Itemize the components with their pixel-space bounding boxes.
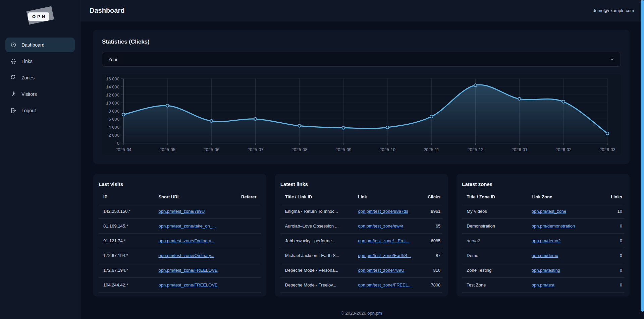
title-value: Zone Testing — [467, 268, 491, 273]
link_zone-link[interactable]: opn.pm/demonstration — [532, 224, 575, 229]
table-row: 81.169.145.*opn.pm/test_zone/take_on_... — [99, 219, 261, 234]
ip-value: 172.67.194.* — [103, 253, 128, 258]
ip-value: 104.244.42.* — [103, 282, 128, 288]
ip-value: 81.169.145.* — [103, 224, 128, 229]
short_url-link[interactable]: opn.pm/test_zone/Ordinary... — [158, 238, 214, 243]
latest-zones-table: Title / Zone IDLink ZoneLinksMy Videosop… — [462, 191, 624, 293]
link-link[interactable]: opn.pm/test_zone/FREEL... — [358, 282, 412, 288]
link_zone-link[interactable]: opn.pm/demo2 — [532, 238, 561, 243]
column-header: Title / Zone ID — [462, 191, 527, 204]
link-link[interactable]: opn.pm/test_zone/ew4r — [358, 224, 403, 229]
svg-text:10 000: 10 000 — [106, 101, 119, 106]
svg-text:2026-03: 2026-03 — [599, 147, 615, 152]
logo-text: OPN — [28, 12, 49, 21]
sidebar-menu: DashboardLinksZonesVisitorsLogout — [0, 38, 80, 118]
sidebar-item-logout[interactable]: Logout — [5, 103, 75, 118]
table-row: 142.250.150.*opn.pm/test_zone/789U — [99, 204, 261, 219]
link-link[interactable]: opn.pm/test_zone/EarthS... — [358, 253, 411, 258]
footer: © 2023-2026 opn.pm — [93, 311, 630, 316]
column-header: Clicks — [418, 191, 443, 204]
sidebar-item-dashboard[interactable]: Dashboard — [5, 38, 75, 52]
title-value: Aurolab–Love Obsession ... — [285, 224, 339, 229]
table-row: Demonstrationopn.pm/demonstration0 — [462, 219, 624, 234]
table-row: My Videosopn.pm/test_zone10 — [462, 204, 624, 219]
main-area: Statistics (Clicks) Year 02 0004 0006 00… — [80, 21, 644, 319]
clicks-value: 6085 — [431, 238, 440, 243]
links-value: 0 — [620, 268, 622, 273]
link_zone-link[interactable]: opn.pm/demo — [532, 253, 558, 258]
last-visits-table: IPShort URLReferer142.250.150.*opn.pm/te… — [99, 191, 261, 293]
visitors-icon — [10, 91, 16, 97]
svg-text:14 000: 14 000 — [106, 84, 119, 89]
links-value: 0 — [620, 224, 622, 229]
table-row: Depeche Mode - Freelov...opn.pm/test_zon… — [280, 278, 443, 293]
svg-text:2025-10: 2025-10 — [379, 147, 395, 152]
column-header: Link Zone — [527, 191, 600, 204]
clicks-value: 7808 — [431, 282, 440, 288]
title-value: My Videos — [467, 209, 487, 214]
sidebar-item-links[interactable]: Links — [5, 54, 75, 69]
title-value: Depeche Mode - Persona... — [285, 268, 338, 273]
svg-text:16 000: 16 000 — [106, 76, 119, 81]
ip-value: 172.67.194.* — [103, 268, 128, 273]
table-row: 91.121.74.*opn.pm/test_zone/Ordinary... — [99, 234, 261, 248]
ip-value: 91.121.74.* — [103, 238, 126, 243]
table-row: 172.67.194.*opn.pm/test_zone/Ordinary... — [99, 248, 261, 263]
sidebar-item-label: Logout — [21, 108, 36, 113]
table-row: Jabberwocky - performe...opn.pm/test_zon… — [280, 234, 443, 248]
table-row: Zone Testingopn.pm/testing0 — [462, 263, 624, 278]
column-header: Referer — [236, 191, 261, 204]
column-header: Short URL — [154, 191, 236, 204]
latest-zones-title: Latest zones — [462, 181, 624, 187]
sidebar-item-visitors[interactable]: Visitors — [5, 87, 75, 102]
title-value: Enigma - Return To Innoc... — [285, 209, 338, 214]
footer-site-link[interactable]: opn.pm — [367, 311, 382, 316]
last-visits-card: Last visits IPShort URLReferer142.250.15… — [93, 174, 266, 297]
last-visits-title: Last visits — [99, 181, 261, 187]
title-value: Demonstration — [467, 224, 495, 229]
svg-text:2026-01: 2026-01 — [512, 147, 528, 152]
app-logo: OPN — [29, 9, 56, 26]
title-value: Depeche Mode - Freelov... — [285, 282, 336, 288]
svg-text:12 000: 12 000 — [106, 92, 119, 98]
chevron-down-icon — [610, 57, 614, 62]
links-value: 10 — [618, 209, 622, 214]
svg-text:8 000: 8 000 — [108, 109, 119, 114]
title-value: Test Zone — [467, 282, 486, 288]
svg-text:2025-09: 2025-09 — [335, 147, 352, 152]
svg-text:2026-02: 2026-02 — [555, 147, 572, 152]
link-link[interactable]: opn.pm/test_zone/-_Erut... — [358, 238, 409, 243]
short_url-link[interactable]: opn.pm/test_zone/FREELOVE — [158, 282, 217, 288]
links-icon — [10, 58, 16, 64]
short_url-link[interactable]: opn.pm/test_zone/take_on_... — [158, 224, 216, 229]
period-select-value: Year — [108, 57, 117, 62]
content-column: Dashboard demo@example.com Statistics (C… — [80, 0, 644, 319]
svg-text:2025-08: 2025-08 — [291, 147, 308, 152]
svg-text:2025-11: 2025-11 — [424, 147, 439, 152]
title-value: Demo — [467, 253, 478, 258]
short_url-link[interactable]: opn.pm/test_zone/Ordinary... — [158, 253, 214, 258]
zones-icon — [10, 75, 16, 81]
period-select[interactable]: Year — [102, 52, 621, 67]
clicks-value: 8961 — [431, 209, 440, 214]
short_url-link[interactable]: opn.pm/test_zone/789U — [158, 209, 205, 214]
link-link[interactable]: opn.pm/test_zone/88a7ds — [358, 209, 408, 214]
clicks-line-chart: 02 0004 0006 0008 00010 00012 00014 0001… — [102, 74, 621, 155]
latest-links-title: Latest links — [280, 181, 443, 187]
link_zone-link[interactable]: opn.pm/test_zone — [532, 209, 566, 214]
clicks-value: 87 — [436, 253, 440, 258]
link_zone-link[interactable]: opn.pm/test — [532, 282, 554, 288]
ip-value: 142.250.150.* — [103, 209, 130, 214]
short_url-link[interactable]: opn.pm/test_zone/FREELOVE — [158, 268, 217, 273]
link_zone-link[interactable]: opn.pm/testing — [532, 268, 560, 273]
statistics-card: Statistics (Clicks) Year 02 0004 0006 00… — [93, 30, 630, 164]
scrollbar-thumb[interactable] — [641, 0, 644, 312]
footer-copyright: © 2023-2026 — [341, 311, 366, 316]
column-header: IP — [99, 191, 154, 204]
sidebar-item-zones[interactable]: Zones — [5, 70, 75, 85]
title-value: demo2 — [467, 238, 480, 243]
links-value: 0 — [620, 282, 622, 288]
link-link[interactable]: opn.pm/test_zone/789U — [358, 268, 404, 273]
links-value: 0 — [620, 238, 622, 243]
sidebar: OPN DashboardLinksZonesVisitorsLogout — [0, 0, 80, 319]
